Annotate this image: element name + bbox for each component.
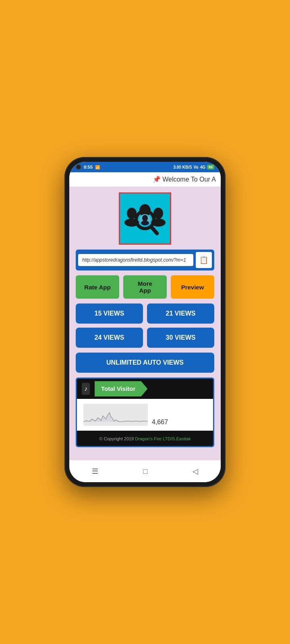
url-bar: 📋	[76, 250, 214, 270]
views-21-label: 21 VIEWS	[166, 310, 196, 317]
visitor-label-box: Total Visitor	[95, 381, 147, 396]
copyright-text: © Copyright 2019 Dragon's Fire LTD/S.Eas…	[99, 436, 191, 441]
views-15-label: 15 VIEWS	[95, 310, 124, 317]
visitor-label: Total Visitor	[101, 385, 135, 392]
preview-button[interactable]: Preview	[171, 275, 214, 299]
views-15-button[interactable]: 15 VIEWS	[76, 303, 143, 324]
status-signal-icon: 📶	[95, 165, 100, 169]
action-buttons-row: Rate App More App Preview	[76, 275, 214, 299]
title-bar: 📌 Welcome To Our A	[69, 172, 221, 187]
unlimited-views-button[interactable]: UNLIMITED AUTO VIEWS	[76, 353, 214, 373]
app-icon-container	[119, 192, 171, 245]
url-input[interactable]	[78, 254, 193, 266]
views-30-button[interactable]: 30 VIEWS	[147, 328, 214, 348]
visitor-footer: © Copyright 2019 Dragon's Fire LTD/S.Eas…	[77, 431, 213, 446]
nav-bar: ☰ □ ◁	[69, 460, 221, 482]
nav-back-button[interactable]: ◁	[186, 465, 205, 477]
music-icon: ♪	[82, 383, 90, 395]
title-pin-icon: 📌	[153, 176, 162, 183]
visitor-chart	[83, 404, 148, 426]
app-title: Welcome To Our A	[162, 176, 216, 183]
svg-line-7	[151, 227, 157, 233]
views-grid: 15 VIEWS 21 VIEWS 24 VIEWS 30 VIEWS	[76, 303, 214, 348]
svg-point-8	[142, 215, 148, 221]
music-icon-box: ♪	[77, 379, 95, 399]
visitor-widget: ♪ Total Visitor 4,667 © C	[76, 378, 214, 447]
clipboard-button[interactable]: 📋	[196, 252, 212, 268]
signal-4g: 4G	[200, 165, 205, 169]
rate-app-button[interactable]: Rate App	[76, 275, 119, 299]
views-30-label: 30 VIEWS	[166, 334, 196, 341]
status-left: 8:55 📶	[76, 164, 100, 170]
network-type: Vo	[194, 165, 199, 169]
copyright-base: © Copyright 2019	[99, 436, 135, 441]
network-speed: 3.00 KB/S	[173, 165, 192, 169]
status-bar: 8:55 📶 3.00 KB/S Vo 4G 65	[69, 162, 221, 172]
more-app-button[interactable]: More App	[123, 275, 167, 299]
visitor-chart-area: 4,667	[77, 399, 213, 431]
nav-home-button[interactable]: □	[137, 466, 154, 477]
clipboard-icon: 📋	[199, 256, 208, 264]
battery-indicator: 65	[207, 165, 214, 169]
views-24-button[interactable]: 24 VIEWS	[76, 328, 143, 348]
copyright-highlight: Dragon's Fire LTD/S.Eastiak	[135, 436, 191, 441]
status-time: 8:55	[84, 165, 93, 169]
visitor-count: 4,667	[152, 419, 168, 426]
views-21-button[interactable]: 21 VIEWS	[147, 303, 214, 324]
camera-icon	[76, 164, 81, 170]
visitor-header: ♪ Total Visitor	[77, 379, 213, 399]
app-content: 📋 Rate App More App Preview 15 VIEWS 21 …	[69, 187, 221, 460]
svg-rect-10	[83, 404, 148, 426]
views-24-label: 24 VIEWS	[95, 334, 124, 341]
svg-point-9	[141, 221, 149, 225]
phone-screen: 8:55 📶 3.00 KB/S Vo 4G 65 📌 Welcome To O…	[69, 162, 221, 482]
phone-device: 8:55 📶 3.00 KB/S Vo 4G 65 📌 Welcome To O…	[64, 157, 226, 487]
app-icon-svg	[123, 196, 167, 241]
nav-menu-button[interactable]: ☰	[85, 465, 105, 477]
status-right: 3.00 KB/S Vo 4G 65	[173, 165, 214, 169]
